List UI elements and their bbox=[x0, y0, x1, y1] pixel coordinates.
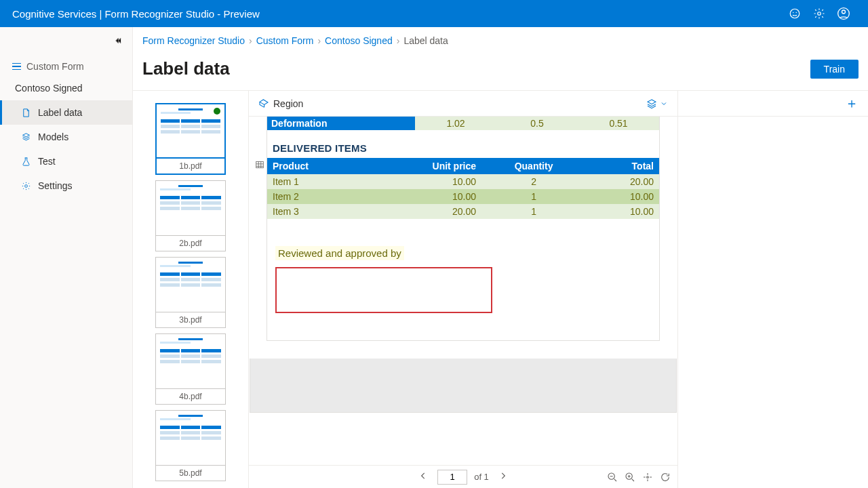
page-input[interactable] bbox=[437, 470, 467, 485]
breadcrumb: Form Recognizer Studio › Custom Form › C… bbox=[133, 27, 868, 54]
crumb-project[interactable]: Contoso Signed bbox=[325, 35, 393, 46]
label-data-icon bbox=[20, 107, 31, 118]
delivered-items-table: Product Unit price Quantity Total Item 1… bbox=[267, 158, 659, 219]
thumb-1[interactable]: 1b.pdf bbox=[155, 103, 226, 175]
nav-label-data[interactable]: Label data bbox=[0, 100, 132, 125]
thumb-3[interactable]: 3b.pdf bbox=[155, 257, 226, 328]
document-viewer: Region Deformation 1.02 0.5 0.5 bbox=[248, 91, 678, 488]
table-row: Item 3 20.00 1 10.00 bbox=[267, 204, 659, 219]
signature-box[interactable] bbox=[275, 267, 492, 313]
svg-point-5 bbox=[842, 10, 846, 14]
crumb-studio[interactable]: Form Recognizer Studio bbox=[142, 35, 245, 46]
sidebar: Custom Form Contoso Signed Label data Mo… bbox=[0, 27, 133, 488]
svg-point-3 bbox=[818, 12, 821, 16]
zoom-in-icon[interactable] bbox=[625, 472, 635, 483]
cut-table-row: Deformation 1.02 0.5 0.51 bbox=[267, 117, 659, 130]
fit-icon[interactable] bbox=[642, 472, 653, 483]
section-delivered-items: DELIVERED ITEMS bbox=[267, 130, 659, 158]
next-page-peek bbox=[250, 359, 677, 413]
svg-point-0 bbox=[790, 9, 800, 18]
nav-label: Label data bbox=[38, 107, 82, 118]
rotate-icon[interactable] bbox=[660, 472, 671, 483]
thumbnail-strip: 1b.pdf 2b.pdf 3b.pdf bbox=[133, 91, 248, 488]
thumb-name: 3b.pdf bbox=[155, 312, 226, 328]
next-page[interactable] bbox=[496, 471, 511, 483]
service-heading: Custom Form bbox=[0, 54, 132, 76]
svg-point-1 bbox=[793, 12, 794, 14]
table-header-row: Product Unit price Quantity Total bbox=[267, 158, 659, 174]
project-name: Contoso Signed bbox=[0, 76, 132, 100]
labeled-dot-icon bbox=[214, 108, 220, 115]
chevron-right-icon: › bbox=[249, 35, 252, 46]
thumb-name: 1b.pdf bbox=[155, 159, 226, 175]
svg-point-10 bbox=[647, 476, 649, 478]
svg-rect-7 bbox=[256, 161, 264, 167]
document-scroll[interactable]: Deformation 1.02 0.5 0.51 DELIVERED ITEM… bbox=[249, 117, 677, 465]
region-label: Region bbox=[273, 98, 303, 109]
page-title: Label data bbox=[142, 58, 230, 79]
nav-models[interactable]: Models bbox=[0, 125, 132, 149]
list-icon bbox=[12, 63, 21, 70]
thumb-4[interactable]: 4b.pdf bbox=[155, 333, 226, 405]
svg-point-2 bbox=[796, 12, 797, 14]
document-page: Deformation 1.02 0.5 0.51 DELIVERED ITEM… bbox=[267, 117, 660, 341]
add-field-button[interactable]: ＋ bbox=[845, 94, 859, 113]
nav-label: Test bbox=[38, 156, 56, 167]
app-title: Cognitive Services | Form Recognizer Stu… bbox=[12, 8, 260, 20]
chevron-right-icon: › bbox=[397, 35, 400, 46]
feedback-icon[interactable] bbox=[783, 0, 807, 27]
table-row: Item 2 10.00 1 10.00 bbox=[267, 189, 659, 204]
crumb-service[interactable]: Custom Form bbox=[256, 35, 314, 46]
service-label: Custom Form bbox=[26, 61, 84, 72]
layers-dropdown[interactable] bbox=[646, 98, 668, 109]
thumb-name: 4b.pdf bbox=[155, 389, 226, 405]
account-icon[interactable] bbox=[831, 0, 856, 27]
chevron-right-icon: › bbox=[317, 35, 321, 46]
topbar: Cognitive Services | Form Recognizer Stu… bbox=[0, 0, 868, 27]
region-tool[interactable]: Region bbox=[258, 98, 303, 109]
zoom-out-icon[interactable] bbox=[607, 472, 618, 483]
train-button[interactable]: Train bbox=[810, 60, 859, 79]
nav-label: Models bbox=[38, 131, 68, 142]
table-row: Item 1 10.00 2 20.00 bbox=[267, 174, 659, 189]
crumb-current: Label data bbox=[403, 35, 448, 46]
thumb-name: 5b.pdf bbox=[155, 466, 226, 481]
fields-panel: ＋ bbox=[678, 91, 868, 488]
test-icon bbox=[20, 156, 31, 167]
sidebar-collapse[interactable] bbox=[0, 27, 132, 54]
page-count: of 1 bbox=[474, 472, 489, 482]
thumb-name: 2b.pdf bbox=[155, 236, 226, 251]
table-icon[interactable] bbox=[255, 160, 264, 169]
models-icon bbox=[20, 131, 31, 142]
settings-nav-icon bbox=[20, 180, 31, 191]
nav-label: Settings bbox=[38, 180, 73, 191]
prev-page[interactable] bbox=[416, 471, 431, 483]
nav-settings[interactable]: Settings bbox=[0, 174, 132, 198]
pager: of 1 bbox=[249, 465, 677, 488]
thumb-2[interactable]: 2b.pdf bbox=[155, 180, 226, 251]
nav-test[interactable]: Test bbox=[0, 149, 132, 174]
review-label: Reviewed and approved by bbox=[275, 246, 404, 260]
chevron-down-icon bbox=[660, 100, 668, 108]
svg-point-6 bbox=[24, 184, 27, 187]
thumb-5[interactable]: 5b.pdf bbox=[155, 410, 226, 481]
settings-icon[interactable] bbox=[807, 0, 831, 27]
